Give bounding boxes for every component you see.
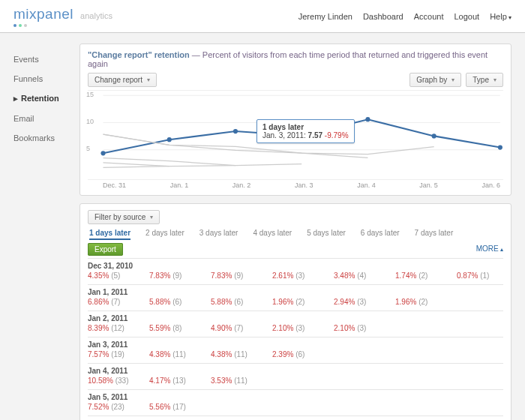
tab-5-days[interactable]: 5 days later [307, 229, 346, 240]
change-report-select[interactable]: Change report [88, 73, 157, 87]
table-row: Dec 31, 20104.35% (5)7.83% (9)7.83% (9)2… [88, 258, 503, 280]
tab-1-days[interactable]: 1 days later [89, 229, 130, 240]
row-date: Jan 2, 2011 [88, 314, 503, 322]
tab-7-days[interactable]: 7 days later [415, 229, 454, 240]
topnav-logout[interactable]: Logout [454, 12, 479, 21]
chart-tooltip: 1 days later Jan. 3, 2011: 7.57 -9.79% [256, 119, 355, 143]
sidebar-item-email[interactable]: Email [14, 109, 75, 128]
top-nav: Jeremy Linden Dashboard Account Logout H… [298, 12, 512, 21]
table-row: Jan 6, 20115.42% (15) [88, 416, 503, 420]
sidebar-item-retention[interactable]: Retention [14, 88, 75, 109]
table-row: Jan 4, 201110.58% (33)4.17% (13)3.53% (1… [88, 363, 503, 385]
sidebar: EventsFunnelsRetentionEmailBookmarks [0, 33, 80, 420]
retention-chart: 15 10 5 1 days later Jan. 3, 2011: 7.57 … [88, 90, 503, 180]
export-button[interactable]: Export [88, 243, 123, 256]
brand-subtitle: analytics [80, 11, 112, 20]
table-row: Jan 5, 20117.52% (23)5.56% (17) [88, 389, 503, 411]
type-select[interactable]: Type [466, 73, 503, 87]
svg-point-3 [100, 151, 105, 155]
sidebar-item-events[interactable]: Events [14, 50, 75, 69]
table-row: Jan 1, 20116.86% (7)5.88% (6)5.88% (6)1.… [88, 284, 503, 306]
tab-4-days[interactable]: 4 days later [253, 229, 292, 240]
svg-point-7 [365, 117, 370, 122]
table-row: Jan 3, 20117.57% (19)4.38% (11)4.38% (11… [88, 337, 503, 358]
row-date: Jan 1, 2011 [88, 288, 503, 296]
top-bar: mixpanel analytics Jeremy Linden Dashboa… [0, 0, 525, 33]
topnav-user[interactable]: Jeremy Linden [298, 12, 352, 21]
sidebar-item-funnels[interactable]: Funnels [14, 69, 75, 88]
tab-2-days[interactable]: 2 days later [146, 229, 184, 240]
chart-panel: "Change report" retention — Percent of v… [80, 44, 512, 196]
row-date: Dec 31, 2010 [88, 262, 503, 270]
table-row: Jan 2, 20118.39% (12)5.59% (8)4.90% (7)2… [88, 310, 503, 332]
svg-point-5 [233, 129, 238, 134]
brand-dots [14, 24, 112, 27]
svg-point-8 [432, 134, 436, 138]
table-panel: Filter by source 1 days later2 days late… [80, 203, 512, 420]
topnav-account[interactable]: Account [414, 12, 444, 21]
brand-logo[interactable]: mixpanel [14, 6, 74, 22]
more-link[interactable]: MORE [476, 244, 503, 253]
row-date: Jan 4, 2011 [88, 367, 503, 375]
graph-by-select[interactable]: Graph by [410, 73, 461, 87]
report-title: "Change report" retention — Percent of v… [88, 50, 503, 68]
tab-6-days[interactable]: 6 days later [361, 229, 400, 240]
topnav-help[interactable]: Help [490, 12, 512, 21]
row-date: Jan 5, 2011 [88, 393, 503, 401]
tab-3-days[interactable]: 3 days later [200, 229, 238, 240]
sidebar-item-bookmarks[interactable]: Bookmarks [14, 128, 75, 148]
days-tabs: 1 days later2 days later3 days later4 da… [89, 229, 503, 240]
svg-point-4 [167, 137, 172, 142]
topnav-dashboard[interactable]: Dashboard [363, 12, 404, 21]
filter-source-select[interactable]: Filter by source [88, 210, 160, 224]
row-date: Jan 3, 2011 [88, 340, 503, 349]
svg-point-9 [498, 146, 502, 150]
